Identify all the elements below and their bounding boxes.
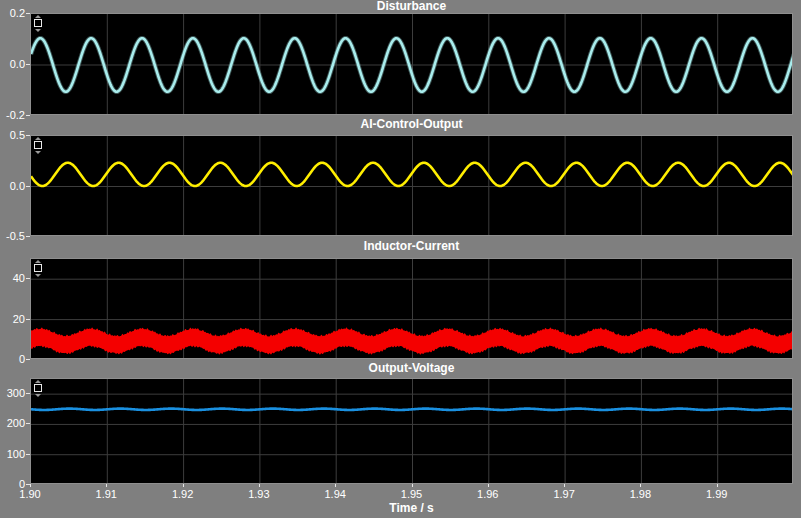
y-tick-label: -0.2 <box>0 109 25 121</box>
y-tick-mark <box>26 454 30 455</box>
pan-handle-icon <box>34 384 42 392</box>
x-tick-label: 1.98 <box>618 488 662 500</box>
pan-down-icon <box>35 29 41 32</box>
pan-up-icon <box>35 260 41 263</box>
y-tick-mark <box>26 423 30 424</box>
plot-title-output-voltage: Output-Voltage <box>30 362 793 375</box>
y-tick-mark <box>26 393 30 394</box>
x-tick-label: 1.91 <box>84 488 128 500</box>
output-voltage-waveform-svg <box>31 379 792 483</box>
pan-handle-icon <box>34 141 42 149</box>
disturbance-waveform-svg <box>31 14 792 114</box>
x-axis-label: Time / s <box>30 501 793 515</box>
ai-control-output-trace <box>31 163 792 186</box>
ai-control-output-plot-area[interactable] <box>30 135 793 236</box>
x-tick-mark <box>488 484 489 487</box>
inductor-current-trace <box>31 328 792 355</box>
y-tick-mark <box>26 115 30 116</box>
disturbance-plot-area[interactable] <box>30 13 793 115</box>
pan-down-icon <box>35 151 41 154</box>
y-tick-mark <box>26 135 30 136</box>
x-tick-mark <box>335 484 336 487</box>
pan-up-icon <box>35 137 41 140</box>
y-tick-mark <box>26 319 30 320</box>
plot-title-inductor-current: Inductor-Current <box>30 240 793 253</box>
y-tick-label: -0.5 <box>0 230 25 242</box>
y-tick-mark <box>26 13 30 14</box>
y-tick-label: 0.0 <box>0 180 25 192</box>
y-tick-label: 200 <box>0 417 25 429</box>
axes-pan-widget[interactable] <box>33 380 42 397</box>
y-tick-label: 0 <box>0 478 25 490</box>
x-tick-label: 1.93 <box>237 488 281 500</box>
axes-pan-widget[interactable] <box>33 260 42 277</box>
pan-handle-icon <box>34 264 42 272</box>
axes-pan-widget[interactable] <box>33 15 42 32</box>
x-tick-mark <box>412 484 413 487</box>
pan-up-icon <box>35 15 41 18</box>
y-tick-label: 0 <box>0 353 25 365</box>
y-tick-label: 0.0 <box>0 58 25 70</box>
y-tick-label: 100 <box>0 448 25 460</box>
plot-title-disturbance: Disturbance <box>30 0 793 13</box>
x-tick-label: 1.95 <box>390 488 434 500</box>
y-tick-label: 40 <box>0 272 25 284</box>
x-tick-label: 1.92 <box>161 488 205 500</box>
ai-control-output-waveform-svg <box>31 136 792 235</box>
output-voltage-plot-area[interactable] <box>30 378 793 484</box>
output-voltage-trace <box>31 409 792 410</box>
y-tick-mark <box>26 236 30 237</box>
y-tick-mark <box>26 64 30 65</box>
x-tick-label: 1.96 <box>466 488 510 500</box>
x-tick-mark <box>30 484 31 487</box>
axes-pan-widget[interactable] <box>33 137 42 154</box>
y-tick-label: 20 <box>0 313 25 325</box>
x-tick-mark <box>564 484 565 487</box>
y-tick-mark <box>26 359 30 360</box>
x-tick-mark <box>106 484 107 487</box>
y-tick-mark <box>26 484 30 485</box>
scope-window: DisturbanceAI-Control-OutputInductor-Cur… <box>0 0 801 518</box>
x-tick-mark <box>640 484 641 487</box>
pan-down-icon <box>35 274 41 277</box>
x-tick-label: 1.94 <box>313 488 357 500</box>
y-tick-label: 300 <box>0 387 25 399</box>
y-tick-mark <box>26 278 30 279</box>
x-tick-label: 1.99 <box>695 488 739 500</box>
plot-title-ai-control-output: AI-Control-Output <box>30 118 793 131</box>
pan-handle-icon <box>34 19 42 27</box>
y-tick-mark <box>26 186 30 187</box>
pan-up-icon <box>35 380 41 383</box>
x-tick-mark <box>717 484 718 487</box>
inductor-current-waveform-svg <box>31 259 792 358</box>
x-tick-mark <box>259 484 260 487</box>
y-tick-label: 0.2 <box>0 7 25 19</box>
x-tick-label: 1.97 <box>542 488 586 500</box>
x-tick-mark <box>183 484 184 487</box>
inductor-current-plot-area[interactable] <box>30 258 793 359</box>
y-tick-label: 0.5 <box>0 129 25 141</box>
pan-down-icon <box>35 394 41 397</box>
